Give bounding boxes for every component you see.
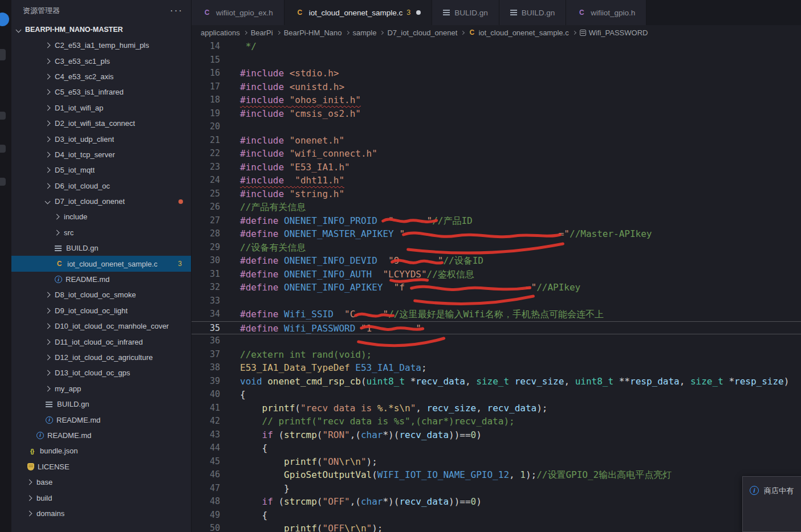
line-number[interactable]: 35 — [192, 322, 220, 334]
code-line-30[interactable]: 30#define ONENET_INFO_DEVID "9 "//设备ID — [192, 254, 801, 268]
code-line-34[interactable]: 34#define Wifi_SSID "C "//这里最好是输入Wifi名称，… — [192, 308, 801, 321]
line-number[interactable]: 14 — [192, 40, 220, 54]
tree-item-my-app[interactable]: my_app — [11, 381, 191, 396]
code-line-27[interactable]: 27#define ONENET_INFO_PROID " "//产品ID — [192, 214, 801, 228]
code-line-20[interactable]: 20 — [192, 120, 801, 134]
breadcrumb-item-applications[interactable]: applications — [201, 28, 240, 37]
tree-item-readme-md[interactable]: README.md — [11, 412, 191, 427]
code-line-19[interactable]: 19#include "cmsis_os2.h" — [192, 107, 801, 121]
line-number[interactable]: 30 — [192, 254, 220, 268]
account-icon[interactable] — [0, 13, 9, 26]
tree-item-iot-cloud-onenet-sample-c[interactable]: iot_cloud_onenet_sample.c3 — [11, 256, 191, 271]
line-number[interactable]: 20 — [192, 120, 220, 134]
line-number[interactable]: 26 — [192, 200, 220, 214]
line-number[interactable]: 32 — [192, 281, 220, 294]
activity-item-icon[interactable] — [0, 145, 6, 153]
line-number[interactable]: 28 — [192, 227, 220, 241]
tree-item-build-gn[interactable]: BUILD.gn — [11, 240, 191, 256]
line-number[interactable]: 17 — [192, 80, 220, 94]
line-number[interactable]: 23 — [192, 161, 220, 174]
tab-build-gn[interactable]: BUILD.gn — [499, 0, 567, 25]
code-line-22[interactable]: 22#include "wifi_connect.h" — [192, 147, 801, 161]
tree-item-c5-e53-is1-infrared[interactable]: C5_e53_is1_infrared — [11, 84, 191, 100]
line-number[interactable]: 43 — [192, 428, 220, 442]
tree-item-license[interactable]: LICENSE — [11, 459, 191, 474]
tree-item-c4-e53-sc2-axis[interactable]: C4_e53_sc2_axis — [11, 69, 191, 84]
code-line-32[interactable]: 32#define ONENET_INFO_APIKEY "f ="//APIk… — [192, 281, 801, 294]
tree-item-domains[interactable]: domains — [11, 506, 191, 521]
line-number[interactable]: 44 — [192, 441, 220, 455]
line-number[interactable]: 39 — [192, 375, 220, 388]
tree-item-d5-iot-mqtt[interactable]: D5_iot_mqtt — [11, 162, 191, 178]
line-number[interactable]: 22 — [192, 147, 220, 161]
line-number[interactable]: 40 — [192, 388, 220, 402]
breadcrumb-item-iot-cloud-onenet-sample-c[interactable]: iot_cloud_onenet_sample.c — [468, 28, 568, 37]
code-line-16[interactable]: 16#include <stdio.h> — [192, 67, 801, 80]
line-number[interactable]: 46 — [192, 468, 220, 482]
code-line-46[interactable]: 46 GpioSetOutputVal(WIFI_IOT_IO_NAME_GPI… — [192, 468, 801, 482]
code-line-24[interactable]: 24#include "dht11.h" — [192, 174, 801, 187]
code-line-23[interactable]: 23#include "E53_IA1.h" — [192, 161, 801, 174]
line-number[interactable]: 36 — [192, 334, 220, 348]
tree-item-build-gn[interactable]: BUILD.gn — [11, 396, 191, 412]
line-number[interactable]: 41 — [192, 402, 220, 415]
breadcrumb-item-d7-iot-cloud-onenet[interactable]: D7_iot_cloud_onenet — [387, 28, 457, 37]
tree-item-d12-iot-cloud-oc-agriculture[interactable]: D12_iot_cloud_oc_agriculture — [11, 350, 191, 365]
tree-item-c3-e53-sc1-pls[interactable]: C3_e53_sc1_pls — [11, 53, 191, 68]
code-line-47[interactable]: 47 } — [192, 482, 801, 496]
line-number[interactable]: 37 — [192, 348, 220, 362]
line-number[interactable]: 25 — [192, 187, 220, 201]
code-line-33[interactable]: 33 — [192, 294, 801, 308]
breadcrumb-item-sample[interactable]: sample — [353, 28, 377, 37]
code-line-26[interactable]: 26//产品有关信息 — [192, 200, 801, 214]
code-line-21[interactable]: 21#include "onenet.h" — [192, 134, 801, 148]
code-editor[interactable]: 14 */1516#include <stdio.h>17#include <u… — [192, 40, 801, 532]
activity-item-icon[interactable] — [0, 49, 6, 60]
tree-item-d13-iot-cloud-oc-gps[interactable]: D13_iot_cloud_oc_gps — [11, 365, 191, 380]
tree-item-readme-md[interactable]: README.md — [11, 428, 191, 443]
code-line-17[interactable]: 17#include <unistd.h> — [192, 80, 801, 94]
code-line-39[interactable]: 39void onenet_cmd_rsp_cb(uint8_t *recv_d… — [192, 375, 801, 388]
tree-item-d9-iot-cloud-oc-light[interactable]: D9_iot_cloud_oc_light — [11, 303, 191, 318]
more-actions-icon[interactable] — [170, 8, 183, 14]
code-line-43[interactable]: 43 if (strcmp("RON",(char*)(recv_data))=… — [192, 428, 801, 442]
line-number[interactable]: 48 — [192, 495, 220, 509]
tree-item-d6-iot-cloud-oc[interactable]: D6_iot_cloud_oc — [11, 178, 191, 194]
code-line-41[interactable]: 41 printf("recv data is %.*s\n", recv_si… — [192, 402, 801, 415]
tree-item-src[interactable]: src — [11, 225, 191, 240]
line-number[interactable]: 49 — [192, 509, 220, 522]
code-line-28[interactable]: 28#define ONENET_MASTER_APIKEY " ="//Mas… — [192, 227, 801, 241]
tree-item-base[interactable]: base — [11, 474, 191, 490]
line-number[interactable]: 47 — [192, 482, 220, 496]
breadcrumb-item-wifi-password[interactable]: Wifi_PASSWORD — [580, 28, 648, 37]
line-number[interactable]: 42 — [192, 415, 220, 428]
line-number[interactable]: 21 — [192, 134, 220, 148]
code-line-44[interactable]: 44 { — [192, 441, 801, 455]
breadcrumb-item-bearpi-hm-nano[interactable]: BearPi-HM_Nano — [284, 28, 342, 37]
line-number[interactable]: 18 — [192, 93, 220, 107]
code-line-42[interactable]: 42 // printf("recv data is %s",(char*)re… — [192, 415, 801, 428]
tree-item-d7-iot-cloud-onenet[interactable]: D7_iot_cloud_onenet — [11, 194, 191, 209]
code-line-25[interactable]: 25#include "string.h" — [192, 187, 801, 201]
code-line-50[interactable]: 50 printf("OFF\r\n"); — [192, 522, 801, 532]
tree-item-bundle-json[interactable]: bundle.json — [11, 443, 191, 459]
tree-item-d11-iot-cloud-oc-infrared[interactable]: D11_iot_cloud_oc_infrared — [11, 334, 191, 349]
code-line-37[interactable]: 37//extern int rand(void); — [192, 348, 801, 362]
code-line-14[interactable]: 14 */ — [192, 40, 801, 54]
tab-iot-cloud-onenet-sample-c[interactable]: iot_cloud_onenet_sample.c3 — [284, 0, 432, 25]
line-number[interactable]: 50 — [192, 522, 220, 532]
tab-bulid-gn[interactable]: BULID.gn — [432, 0, 499, 25]
tree-item-d2-iot-wifi-sta-connect[interactable]: D2_iot_wifi_sta_connect — [11, 116, 191, 131]
line-number[interactable]: 15 — [192, 54, 220, 67]
code-line-35[interactable]: 35#define Wifi_PASSWORD "1 " — [192, 321, 801, 335]
breadcrumb-item-bearpi[interactable]: BearPi — [251, 28, 273, 37]
tree-item-d4-iot-tcp-server[interactable]: D4_iot_tcp_server — [11, 147, 191, 162]
line-number[interactable]: 31 — [192, 268, 220, 281]
tree-item-d3-iot-udp-client[interactable]: D3_iot_udp_client — [11, 131, 191, 146]
code-line-40[interactable]: 40{ — [192, 388, 801, 402]
tab-wifiiot-gpio-ex-h[interactable]: wifiiot_gpio_ex.h — [192, 0, 284, 25]
code-line-31[interactable]: 31#define ONENET_INFO_AUTH "LCYYDS"//鉴权信… — [192, 268, 801, 281]
tree-item-include[interactable]: include — [11, 209, 191, 224]
tree-item-d1-iot-wifi-ap[interactable]: D1_iot_wifi_ap — [11, 100, 191, 116]
line-number[interactable]: 33 — [192, 294, 220, 308]
